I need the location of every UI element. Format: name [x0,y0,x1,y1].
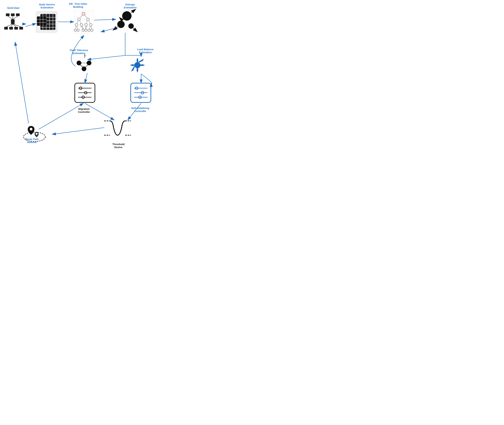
svg-line-35 [74,10,77,13]
svg-rect-102 [75,83,95,102]
svg-point-111 [135,87,138,89]
svg-line-40 [74,11,93,30]
svg-line-125 [94,19,116,20]
svg-point-56 [89,24,92,26]
svg-point-50 [87,18,89,21]
svg-marker-100 [131,69,134,72]
svg-line-57 [77,20,78,24]
main-diagram: ! [0,0,202,170]
svg-rect-10 [4,27,8,30]
svg-point-89 [134,62,141,68]
svg-rect-20 [40,14,55,30]
svg-marker-94 [130,64,133,66]
svg-point-75 [122,11,132,21]
svg-rect-97 [139,65,142,66]
svg-line-59 [87,20,87,24]
migration-controller-icon [75,83,95,102]
svg-line-38 [74,10,87,24]
svg-line-51 [80,15,82,18]
svg-rect-109 [131,83,151,102]
svg-line-39 [74,10,91,27]
fault-tolerance-label: Fault Tolerance Estimation [64,49,94,55]
svg-rect-4 [11,13,15,16]
svg-point-76 [117,21,125,28]
svg-point-121 [30,128,33,131]
svg-rect-19 [36,11,57,33]
svg-line-41 [74,14,93,33]
svg-rect-95 [133,65,136,66]
dr-tree-label: DR –Tree Index Building [65,2,92,8]
svg-point-106 [84,91,87,94]
svg-point-53 [75,24,78,26]
entropy-label: Entropy Estimation [118,3,143,9]
svg-point-115 [139,96,141,99]
svg-line-37 [74,10,84,20]
svg-point-61 [74,29,76,31]
node-service-icon [36,11,57,33]
svg-marker-98 [141,59,144,61]
load-balance-label: Load Balance Estimation [131,48,160,54]
svg-line-68 [77,26,78,29]
svg-rect-6 [11,19,15,24]
svg-point-104 [79,87,82,89]
svg-line-44 [84,24,93,33]
node-service-label: Node Service Estimation [34,3,60,9]
svg-line-36 [74,10,81,17]
svg-line-67 [76,26,76,29]
svg-line-99 [139,60,142,62]
svg-marker-90 [136,58,138,60]
svg-marker-92 [136,70,138,73]
svg-line-79 [113,27,118,30]
svg-line-138 [39,103,83,129]
svg-point-122 [36,133,38,135]
svg-point-66 [91,29,93,31]
svg-line-128 [87,55,125,60]
svg-point-49 [78,18,80,21]
svg-line-16 [13,24,16,27]
svg-point-85 [82,66,86,71]
svg-line-52 [85,15,87,18]
threshold-device-icon [104,121,131,135]
dr-tree-icon [74,10,93,33]
svg-rect-3 [6,13,10,16]
svg-point-64 [85,29,87,31]
entropy-icon [113,9,137,32]
load-balance-icon [130,58,145,73]
svg-point-108 [82,96,85,99]
svg-rect-12 [14,27,18,30]
svg-line-45 [87,28,93,33]
self-stabilizing-icon [131,83,151,102]
svg-line-80 [133,28,137,32]
svg-line-14 [6,24,13,27]
svg-line-69 [81,26,83,29]
svg-point-54 [80,24,83,26]
svg-point-55 [85,24,87,26]
svg-rect-93 [137,66,138,70]
svg-line-78 [131,9,136,13]
svg-point-47 [82,12,85,15]
svg-line-88 [86,65,88,67]
svg-line-81 [119,17,123,21]
svg-line-73 [90,26,90,29]
svg-line-71 [85,26,86,29]
svg-point-48 [82,13,85,15]
svg-rect-29 [37,16,46,26]
svg-line-9 [13,16,18,19]
svg-line-70 [82,26,84,29]
svg-point-84 [87,61,91,65]
svg-rect-91 [137,60,138,64]
svg-rect-13 [19,27,23,30]
svg-line-72 [86,26,87,29]
svg-point-65 [88,29,90,31]
svg-line-131 [85,73,87,83]
fault-tolerance-icon: ! [77,53,91,71]
threshold-device-label: Threshold Device [104,143,133,149]
self-stabilizing-label: Self-Stabilizing Controller [126,107,155,113]
svg-line-101 [133,66,134,70]
svg-line-15 [11,24,13,27]
svg-rect-5 [16,13,20,16]
svg-line-42 [77,18,93,33]
svg-line-74 [91,26,92,29]
svg-rect-34 [74,10,93,33]
svg-line-17 [13,24,21,27]
